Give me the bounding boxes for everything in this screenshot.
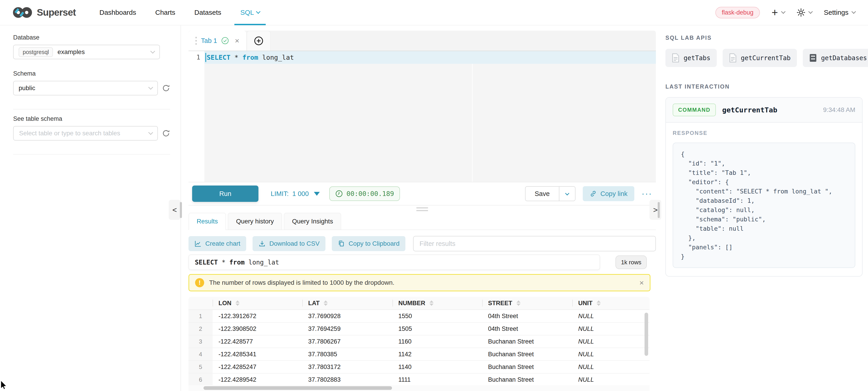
table-row[interactable]: 3 -122.428577 37.7806267 1160 Buchanan S… [188, 335, 650, 348]
column-header[interactable]: STREET [482, 297, 572, 309]
page-icon [672, 53, 680, 62]
table-cell-street: 04th Street [482, 323, 572, 335]
column-header[interactable]: LON [213, 297, 302, 309]
add-tab-button[interactable] [247, 31, 271, 51]
print-margin-line [472, 64, 473, 182]
top-navbar: Superset Dashboards Charts Datasets SQL … [0, 0, 868, 26]
sql-editor-area: Tab 1 × 1 [181, 26, 659, 391]
drag-handle-icon[interactable] [195, 37, 197, 38]
sql-code-editor[interactable]: 1 SELECT * from long_lat [188, 51, 656, 182]
table-cell-street: Buchanan Street [482, 348, 572, 360]
table-cell-street: 04th Street [482, 310, 572, 322]
tab-query-history[interactable]: Query history [228, 213, 282, 230]
table-row[interactable]: 4 -122.4285341 37.780385 1142 Buchanan S… [188, 348, 650, 361]
database-select[interactable]: postgresql examples [13, 45, 160, 59]
sort-icon[interactable] [236, 300, 240, 306]
link-icon [590, 190, 597, 197]
limit-dropdown[interactable]: LIMIT: 1 000 [271, 190, 320, 198]
pane-splitter-handle[interactable] [188, 205, 656, 213]
api-getcurrenttab-button[interactable]: getCurrentTab [723, 49, 797, 67]
table-cell-unit: NULL [572, 323, 638, 335]
executed-query-preview[interactable]: SELECT * from long_lat [188, 255, 600, 270]
editor-tab-1[interactable]: Tab 1 × [188, 31, 246, 51]
row-number-cell: 6 [188, 373, 213, 386]
horizontal-scrollbar-track[interactable] [188, 385, 650, 391]
save-button[interactable]: Save [525, 186, 559, 201]
download-csv-button[interactable]: Download to CSV [252, 236, 326, 251]
superset-sql-lab-window: Superset Dashboards Charts Datasets SQL … [0, 0, 868, 391]
collapse-sidebar-button[interactable]: < [169, 200, 181, 220]
new-item-menu[interactable]: + [772, 7, 785, 18]
superset-brand[interactable]: Superset [13, 6, 76, 19]
table-cell-unit: NULL [572, 310, 638, 322]
row-number-cell: 2 [188, 323, 213, 335]
vertical-scrollbar[interactable] [645, 313, 648, 356]
chevron-down-icon [148, 130, 153, 135]
row-number-cell: 1 [188, 310, 213, 322]
create-chart-button[interactable]: Create chart [188, 236, 246, 251]
main-navigation: Dashboards Charts Datasets SQL [99, 0, 260, 25]
table-row[interactable]: 5 -122.4285247 37.7803172 1140 Buchanan … [188, 361, 650, 373]
table-row[interactable]: 6 -122.4289542 37.7802883 1111 Buchanan … [188, 373, 650, 386]
tab-query-insights[interactable]: Query Insights [284, 213, 341, 230]
sort-icon[interactable] [597, 300, 601, 306]
column-header[interactable]: LAT [302, 297, 393, 309]
more-options-icon[interactable]: ··· [642, 189, 652, 199]
settings-menu[interactable]: Settings [824, 9, 855, 17]
refresh-icon[interactable] [162, 129, 170, 137]
caret-down-icon [314, 192, 320, 196]
nav-datasets[interactable]: Datasets [194, 0, 221, 25]
api-gettabs-button[interactable]: getTabs [665, 49, 717, 67]
column-header[interactable]: NUMBER [393, 297, 482, 309]
command-timestamp: 9:34:48 AM [823, 106, 855, 113]
limit-value: 1 000 [292, 190, 309, 198]
table-cell-lon: -122.4285247 [213, 361, 302, 373]
run-query-button[interactable]: Run [192, 186, 258, 202]
editor-code-area[interactable]: SELECT * from long_lat [205, 51, 656, 182]
response-json: { "id": "1", "title": "Tab 1", "editor":… [673, 142, 855, 268]
page-icon [729, 53, 737, 62]
table-row[interactable]: 1 -122.3912672 37.7690928 1550 04th Stre… [188, 310, 650, 323]
filter-results-input[interactable] [413, 236, 656, 251]
table-cell-lat: 37.780385 [302, 348, 393, 360]
table-select-input[interactable] [19, 129, 132, 137]
settings-label: Settings [824, 9, 848, 17]
schema-select[interactable]: public [13, 81, 158, 95]
table-cell-number: 1140 [393, 361, 482, 373]
refresh-icon[interactable] [162, 84, 170, 92]
sidebar-divider [13, 154, 170, 155]
row-number-header [188, 297, 213, 309]
panel-resize-handle[interactable] [658, 202, 660, 218]
sort-icon[interactable] [323, 300, 328, 306]
close-tab-icon[interactable]: × [235, 36, 239, 45]
tab-results[interactable]: Results [188, 213, 226, 230]
row-number-cell: 3 [188, 335, 213, 348]
chevron-down-icon [148, 85, 153, 90]
response-json-line: "databaseId": 1, [681, 196, 847, 205]
superset-logo-icon [13, 6, 32, 19]
api-getdatabases-button[interactable]: getDatabases [803, 49, 868, 67]
column-header[interactable]: UNIT [572, 297, 638, 309]
line-number: 1 [196, 53, 200, 61]
horizontal-scrollbar-thumb[interactable] [204, 386, 392, 390]
table-row[interactable]: 2 -122.3908502 37.7694259 1505 04th Stre… [188, 323, 650, 335]
timer-value: 00:00:00.189 [347, 190, 394, 198]
theme-menu[interactable] [797, 8, 812, 17]
nav-sql[interactable]: SQL [240, 0, 260, 25]
close-icon[interactable]: × [639, 279, 644, 287]
sort-icon[interactable] [430, 300, 434, 306]
nav-charts[interactable]: Charts [155, 0, 175, 25]
sort-icon[interactable] [517, 300, 521, 306]
row-number-cell: 5 [188, 361, 213, 373]
copy-link-button[interactable]: Copy link [583, 186, 634, 201]
chevron-down-icon [150, 48, 155, 53]
table-select[interactable] [13, 126, 158, 140]
nav-dashboards[interactable]: Dashboards [99, 0, 136, 25]
column-header-label: STREET [488, 300, 513, 307]
table-cell-lat: 37.7694259 [302, 323, 393, 335]
query-timer-badge: 00:00:00.189 [329, 187, 400, 201]
sql-code-line: SELECT * from long_lat [205, 51, 656, 64]
copy-clipboard-button[interactable]: Copy to Clipboard [332, 236, 405, 251]
table-cell-lon: -122.428577 [213, 335, 302, 348]
save-options-button[interactable] [559, 186, 576, 201]
